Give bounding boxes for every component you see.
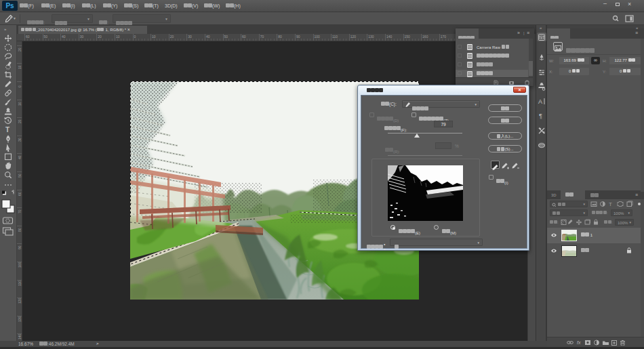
svg-text:T: T xyxy=(609,201,612,207)
svg-text:T: T xyxy=(5,126,9,134)
svg-text:»: » xyxy=(4,27,7,31)
svg-text:¶: ¶ xyxy=(539,112,542,119)
svg-text:fx: fx xyxy=(577,340,581,345)
svg-text:A: A xyxy=(538,98,542,105)
